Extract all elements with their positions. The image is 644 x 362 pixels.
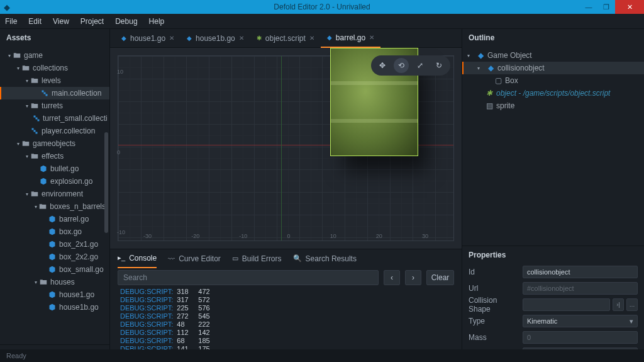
- tree-item-main-collection[interactable]: main.collection: [0, 87, 109, 99]
- viewport-tools: ✥ ⟲ ⤢ ↻: [371, 55, 450, 76]
- tab-curve-editor[interactable]: 〰Curve Editor: [168, 249, 221, 268]
- rotate-tool-icon[interactable]: ⟲: [394, 58, 409, 73]
- tab-build-errors[interactable]: ▭Build Errors: [232, 249, 282, 268]
- go-icon: ◆: [121, 35, 126, 42]
- tree-item-effects[interactable]: ▾effects: [0, 150, 109, 162]
- go-icon: ◆: [476, 51, 485, 60]
- close-tab-icon[interactable]: ✕: [239, 35, 244, 42]
- prop-id: Id collisionobject: [462, 264, 644, 280]
- coll-icon: [30, 127, 39, 135]
- window-title: Defold Editor 2.0 - Unrivalled: [274, 3, 370, 11]
- console-line: DEBUG:SCRIPT:112142: [120, 329, 452, 337]
- tab-search-results[interactable]: 🔍Search Results: [293, 249, 357, 268]
- tab-house1-go[interactable]: ◆house1.go✕: [115, 29, 180, 48]
- shape-field[interactable]: [523, 298, 610, 311]
- tab-barrel-go[interactable]: ◆barrel.go✕: [321, 29, 380, 48]
- shape-browse-icon[interactable]: …: [626, 298, 638, 311]
- status-text: Ready: [6, 352, 26, 359]
- tree-item-box-2x1-go[interactable]: box_2x1.go: [0, 238, 109, 251]
- menubar: File Edit View Project Debug Help: [0, 14, 644, 29]
- refresh-tool-icon[interactable]: ↻: [431, 58, 447, 73]
- move-tool-icon[interactable]: ✥: [375, 58, 390, 73]
- folder-icon: [30, 190, 39, 198]
- properties-panel: Properties Id collisionobject Url #colli…: [462, 246, 644, 362]
- id-field[interactable]: collisionobject: [523, 266, 638, 278]
- scale-tool-icon[interactable]: ⤢: [413, 58, 428, 73]
- menu-help[interactable]: Help: [149, 17, 165, 26]
- go-icon: ◆: [187, 35, 192, 42]
- tree-item-barrel-go[interactable]: barrel.go: [0, 213, 109, 225]
- tab-object-script[interactable]: ✱object.script✕: [250, 29, 321, 48]
- script-icon: ✱: [257, 35, 262, 42]
- close-button[interactable]: ✕: [615, 0, 644, 14]
- tree-item-boxes-n-barrels[interactable]: ▾boxes_n_barrels: [0, 200, 109, 213]
- box-icon: ▢: [494, 76, 502, 85]
- tree-item-box-small-go[interactable]: box_small.go: [0, 263, 109, 276]
- outline-item-sprite[interactable]: ▤sprite: [462, 99, 644, 112]
- tree-item-turret-small-collecti[interactable]: turret_small.collecti: [0, 112, 109, 125]
- tree-item-house1-go[interactable]: house1.go: [0, 288, 109, 301]
- search-next-button[interactable]: ›: [405, 270, 421, 285]
- mass-field[interactable]: 0: [523, 331, 638, 344]
- tree-item-levels[interactable]: ▾levels: [0, 74, 109, 87]
- asset-tree[interactable]: ▾game▾collections▾levelsmain.collection▾…: [0, 47, 109, 344]
- outline-item-object[interactable]: ✱object - /game/scripts/object.script: [462, 87, 644, 99]
- scene-viewport[interactable]: 10 0 -10 -30 -20 -10 0 10 20 30 ✥ ⟲ ⤢: [110, 48, 462, 249]
- tree-item-box-2x2-go[interactable]: box_2x2.go: [0, 251, 109, 263]
- go-icon: [39, 165, 48, 173]
- console-line: DEBUG:SCRIPT:48222: [120, 320, 452, 329]
- go-icon: [48, 303, 57, 311]
- folder-icon: [39, 203, 48, 210]
- tree-item-turrets[interactable]: ▾turrets: [0, 99, 109, 112]
- menu-file[interactable]: File: [5, 17, 17, 26]
- tree-item-gameobjects[interactable]: ▾gameobjects: [0, 137, 109, 150]
- search-prev-button[interactable]: ‹: [384, 270, 400, 285]
- close-tab-icon[interactable]: ✕: [169, 35, 174, 42]
- menu-debug[interactable]: Debug: [115, 17, 137, 26]
- tree-item-environment[interactable]: ▾environment: [0, 188, 109, 200]
- maximize-button[interactable]: ❐: [597, 0, 615, 14]
- url-field[interactable]: #collisionobject: [523, 282, 638, 295]
- center-area: ◆house1.go✕◆house1b.go✕✱object.script✕◆b…: [110, 29, 462, 362]
- prop-url: Url #collisionobject: [462, 280, 644, 297]
- menu-edit[interactable]: Edit: [28, 17, 42, 26]
- outline-item-Box[interactable]: ▢Box: [462, 74, 644, 87]
- tree-item-bullet-go[interactable]: bullet.go: [0, 162, 109, 175]
- tree-item-explosion-go[interactable]: explosion.go: [0, 175, 109, 188]
- tree-item-house1b-go[interactable]: house1b.go: [0, 301, 109, 314]
- menu-view[interactable]: View: [53, 17, 69, 26]
- outline-item-Game[interactable]: ▾◆Game Object: [462, 49, 644, 62]
- minimize-button[interactable]: —: [580, 0, 597, 14]
- prop-collision-shape: Collision Shape ›| …: [462, 297, 644, 313]
- tree-item-collections[interactable]: ▾collections: [0, 62, 109, 74]
- close-tab-icon[interactable]: ✕: [309, 35, 314, 42]
- tree-item-player-collection[interactable]: player.collection: [0, 125, 109, 137]
- outline-item-collisionobject[interactable]: ▾◆collisionobject: [462, 62, 644, 74]
- app-icon: ◆: [0, 0, 14, 14]
- scrollbar[interactable]: [104, 132, 108, 233]
- menu-project[interactable]: Project: [80, 17, 104, 26]
- shape-reset-icon[interactable]: ›|: [613, 298, 624, 311]
- console-toolbar: Search ‹ › Clear: [110, 268, 462, 288]
- tree-item-houses[interactable]: ▾houses: [0, 276, 109, 288]
- curve-icon: 〰: [168, 255, 175, 263]
- editor-tabs: ◆house1.go✕◆house1b.go✕✱object.script✕◆b…: [110, 29, 462, 48]
- clear-button[interactable]: Clear: [426, 270, 454, 285]
- statusbar: Ready: [0, 349, 644, 362]
- tab-house1b-go[interactable]: ◆house1b.go✕: [180, 29, 250, 48]
- right-panel: Outline ▾◆Game Object▾◆collisionobject▢B…: [462, 29, 644, 362]
- assets-header: Assets: [0, 29, 109, 47]
- close-tab-icon[interactable]: ✕: [369, 34, 374, 41]
- folder-icon: [30, 102, 39, 110]
- console-search-input[interactable]: Search: [118, 270, 379, 285]
- console-line: DEBUG:SCRIPT:318472: [120, 288, 452, 296]
- tab-console[interactable]: ▸_Console: [118, 249, 157, 268]
- build-icon: ▭: [232, 254, 238, 263]
- tree-item-box-go[interactable]: box.go: [0, 225, 109, 238]
- go-icon: ◆: [486, 64, 495, 72]
- bottom-tabs: ▸_Console 〰Curve Editor ▭Build Errors 🔍S…: [110, 249, 462, 268]
- outline-tree[interactable]: ▾◆Game Object▾◆collisionobject▢Box✱objec…: [462, 47, 644, 246]
- type-select[interactable]: Kinematic: [523, 315, 638, 327]
- go-icon: [48, 215, 57, 223]
- tree-item-game[interactable]: ▾game: [0, 49, 109, 62]
